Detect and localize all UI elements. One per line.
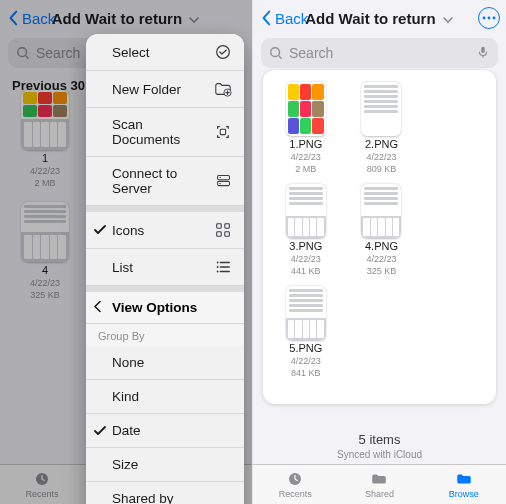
menu-select[interactable]: Select bbox=[86, 34, 244, 71]
menu-group-by-label: Group By bbox=[86, 324, 244, 346]
svg-point-6 bbox=[219, 177, 220, 178]
svg-point-16 bbox=[483, 17, 486, 20]
tab-shared[interactable]: Shared bbox=[337, 465, 421, 504]
menu-scan-documents[interactable]: Scan Documents bbox=[86, 108, 244, 157]
search-icon bbox=[269, 46, 283, 60]
svg-rect-3 bbox=[220, 129, 225, 134]
menu-sort-shared-by[interactable]: Shared by bbox=[86, 482, 244, 504]
file-name: 5.PNG bbox=[289, 342, 322, 354]
file-name: 4.PNG bbox=[365, 240, 398, 252]
left-pane: Back Add Wait to return Search Previous … bbox=[0, 0, 253, 504]
list-icon bbox=[214, 258, 232, 276]
menu-connect-server[interactable]: Connect to Server bbox=[86, 157, 244, 206]
file-size: 2 MB bbox=[295, 164, 316, 174]
svg-point-14 bbox=[217, 271, 219, 273]
file-item[interactable]: 2.PNG 4/22/23 809 KB bbox=[345, 82, 419, 174]
svg-rect-11 bbox=[225, 232, 230, 237]
folder-icon bbox=[454, 470, 474, 488]
menu-new-folder[interactable]: New Folder bbox=[86, 71, 244, 108]
svg-point-12 bbox=[217, 262, 219, 264]
ellipsis-icon bbox=[482, 16, 496, 20]
menu-list-view[interactable]: List bbox=[86, 249, 244, 286]
file-size: 441 KB bbox=[291, 266, 321, 276]
svg-point-18 bbox=[493, 17, 496, 20]
svg-rect-8 bbox=[217, 224, 222, 229]
chevron-left-icon bbox=[93, 300, 103, 315]
file-date: 4/22/23 bbox=[366, 254, 396, 264]
nav-bar: Back Add Wait to return bbox=[253, 0, 506, 36]
svg-point-1 bbox=[217, 46, 230, 59]
check-icon bbox=[93, 223, 107, 237]
check-icon bbox=[93, 424, 107, 438]
svg-rect-10 bbox=[217, 232, 222, 237]
file-name: 3.PNG bbox=[289, 240, 322, 252]
file-size: 841 KB bbox=[291, 368, 321, 378]
svg-rect-9 bbox=[225, 224, 230, 229]
svg-point-17 bbox=[488, 17, 491, 20]
file-item[interactable]: 5.PNG 4/22/23 841 KB bbox=[269, 286, 343, 378]
file-date: 4/22/23 bbox=[291, 356, 321, 366]
svg-rect-4 bbox=[218, 176, 230, 180]
svg-rect-5 bbox=[218, 182, 230, 186]
right-pane: Back Add Wait to return Search bbox=[253, 0, 506, 504]
svg-rect-20 bbox=[481, 46, 485, 52]
sync-status: Synced with iCloud bbox=[253, 449, 506, 460]
file-item[interactable]: 1.PNG 4/22/23 2 MB bbox=[269, 82, 343, 174]
back-button[interactable]: Back bbox=[259, 10, 308, 27]
server-icon bbox=[215, 172, 232, 190]
search-field[interactable]: Search bbox=[261, 38, 498, 68]
scan-icon bbox=[214, 123, 232, 141]
checkmark-circle-icon bbox=[214, 43, 232, 61]
folder-person-icon bbox=[369, 470, 389, 488]
svg-point-13 bbox=[217, 266, 219, 268]
file-size: 325 KB bbox=[367, 266, 397, 276]
file-name: 2.PNG bbox=[365, 138, 398, 150]
menu-sort-none[interactable]: None bbox=[86, 346, 244, 380]
menu-sort-date[interactable]: Date bbox=[86, 414, 244, 448]
mic-icon[interactable] bbox=[476, 45, 490, 62]
file-size: 809 KB bbox=[367, 164, 397, 174]
more-button[interactable] bbox=[478, 7, 500, 29]
file-date: 4/22/23 bbox=[291, 152, 321, 162]
file-item[interactable]: 3.PNG 4/22/23 441 KB bbox=[269, 184, 343, 276]
status-footer: 5 items Synced with iCloud bbox=[253, 432, 506, 460]
context-menu: Select New Folder Scan Documents Connect… bbox=[86, 34, 244, 504]
clock-icon bbox=[285, 470, 305, 488]
tab-recents[interactable]: Recents bbox=[253, 465, 337, 504]
file-item[interactable]: 4.PNG 4/22/23 325 KB bbox=[345, 184, 419, 276]
menu-icons-view[interactable]: Icons bbox=[86, 212, 244, 249]
folder-plus-icon bbox=[214, 80, 232, 98]
menu-sort-size[interactable]: Size bbox=[86, 448, 244, 482]
menu-sort-kind[interactable]: Kind bbox=[86, 380, 244, 414]
menu-view-options[interactable]: View Options bbox=[86, 292, 244, 324]
chevron-down-icon bbox=[442, 14, 454, 26]
file-name: 1.PNG bbox=[289, 138, 322, 150]
file-grid: 1.PNG 4/22/23 2 MB 2.PNG 4/22/23 809 KB … bbox=[263, 70, 496, 404]
item-count: 5 items bbox=[253, 432, 506, 447]
tab-browse[interactable]: Browse bbox=[422, 465, 506, 504]
grid-icon bbox=[214, 221, 232, 239]
tab-bar: Recents Shared Browse bbox=[253, 464, 506, 504]
svg-point-7 bbox=[219, 183, 220, 184]
file-date: 4/22/23 bbox=[366, 152, 396, 162]
chevron-left-icon bbox=[259, 10, 273, 26]
file-date: 4/22/23 bbox=[291, 254, 321, 264]
